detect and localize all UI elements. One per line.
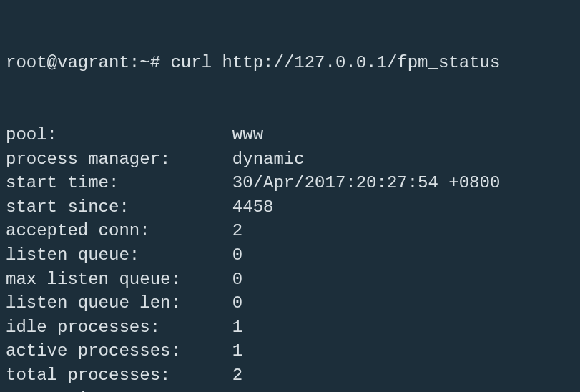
command-text: curl http://127.0.0.1/fpm_status [170,51,500,75]
status-label: idle processes: [6,315,232,340]
status-label: start since: [6,195,232,220]
status-row: listen queue len: 0 [6,291,574,315]
status-value: 30/Apr/2017:20:27:54 +0800 [232,171,500,195]
prompt-user-host: root@vagrant [6,51,129,75]
status-label: listen queue len: [6,291,232,315]
status-row: listen queue: 0 [6,243,574,268]
status-value: 1 [232,388,242,393]
status-value: 0 [232,291,242,315]
fpm-status-output: pool: wwwprocess manager: dynamicstart t… [6,123,574,392]
status-row: active processes: 1 [6,339,574,363]
status-label: process manager: [6,147,232,172]
prompt-colon: : [129,51,139,75]
status-row: start time: 30/Apr/2017:20:27:54 +0800 [6,171,574,195]
status-label: start time: [6,171,232,195]
status-label: max active processes: [6,388,232,393]
status-row: idle processes: 1 [6,315,574,340]
status-row: max listen queue: 0 [6,268,574,292]
status-label: total processes: [6,363,232,388]
status-value: 2 [232,363,242,388]
status-label: listen queue: [6,243,232,268]
status-value: dynamic [232,147,305,172]
status-row: start since: 4458 [6,195,574,220]
status-row: process manager: dynamic [6,147,574,172]
status-row: accepted conn: 2 [6,219,574,243]
status-value: 1 [232,339,242,363]
status-value: 1 [232,315,242,340]
status-row: pool: www [6,123,574,147]
status-label: max listen queue: [6,268,232,292]
prompt-path: ~ [139,51,149,75]
status-label: active processes: [6,339,232,363]
terminal-output[interactable]: root@vagrant:~# curl http://127.0.0.1/fp… [6,3,574,392]
status-label: accepted conn: [6,219,232,243]
status-value: 2 [232,219,242,243]
status-value: 4458 [232,195,274,220]
command-prompt-line: root@vagrant:~# curl http://127.0.0.1/fp… [6,51,574,75]
prompt-space [160,51,170,75]
status-label: pool: [6,123,232,147]
status-value: 0 [232,243,242,268]
prompt-symbol: # [150,51,160,75]
status-value: www [232,123,263,147]
status-value: 0 [232,268,242,292]
status-row: max active processes: 1 [6,388,574,393]
status-row: total processes: 2 [6,363,574,388]
